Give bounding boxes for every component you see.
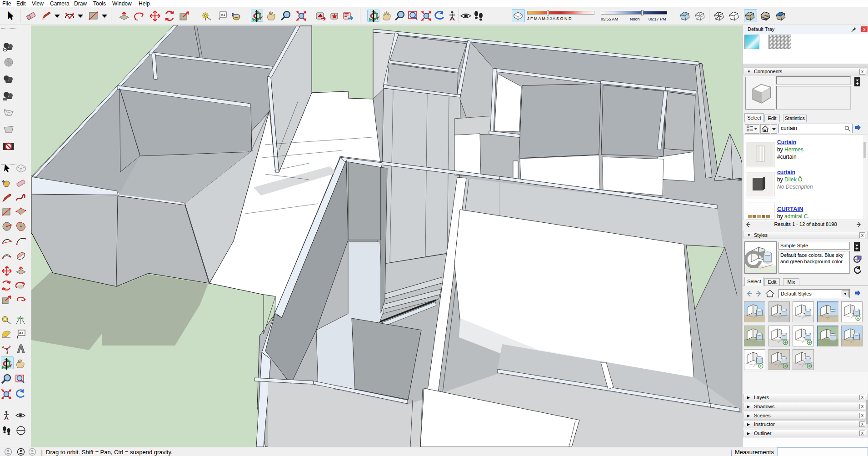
svg-text:A1: A1	[19, 331, 24, 335]
svg-text:A1: A1	[221, 13, 225, 17]
